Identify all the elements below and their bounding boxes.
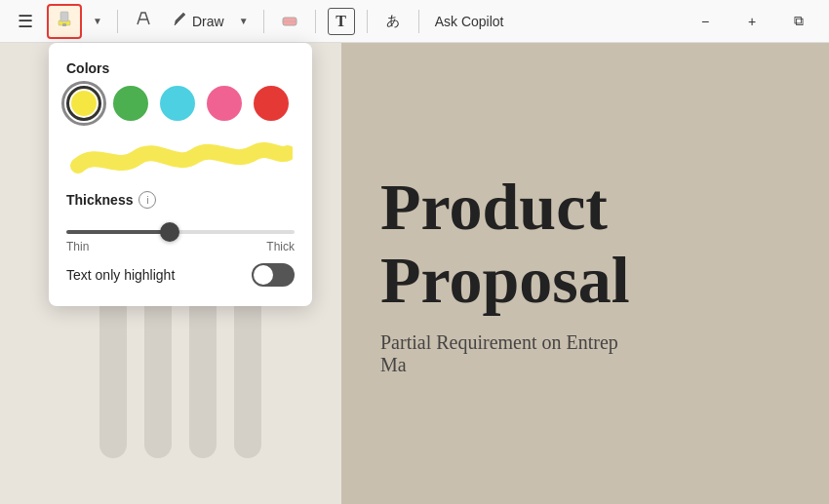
chevron-down-icon: ▼ <box>93 16 102 26</box>
thickness-row: Thickness i <box>66 191 295 209</box>
thickness-info-icon[interactable]: i <box>138 191 156 209</box>
svg-rect-1 <box>60 12 68 21</box>
thickness-label: Thickness <box>66 192 133 208</box>
thin-label: Thin <box>66 240 89 253</box>
divider-4 <box>367 10 368 33</box>
thickness-slider[interactable] <box>66 230 295 234</box>
draw-label: Draw <box>192 14 224 29</box>
text-only-highlight-toggle[interactable] <box>252 263 295 287</box>
toggle-row: Text only highlight <box>66 263 295 287</box>
divider-1 <box>117 10 118 33</box>
maximize-button[interactable]: + <box>730 4 774 39</box>
stroke-preview <box>66 135 295 181</box>
highlighter-button[interactable] <box>47 4 82 39</box>
document-title: Product Proposal <box>380 171 630 317</box>
stroke-preview-svg <box>68 138 293 177</box>
divider-5 <box>418 10 419 33</box>
divider-2 <box>263 10 264 33</box>
menu-button[interactable]: ☰ <box>8 4 43 39</box>
window-controls: − + ⧉ <box>683 4 821 39</box>
highlighter-dropdown-button[interactable]: ▼ <box>86 4 109 39</box>
color-pink[interactable] <box>207 86 242 121</box>
ink-icon <box>134 9 153 33</box>
draw-button[interactable]: Draw <box>165 4 232 39</box>
svg-rect-2 <box>62 23 66 26</box>
font-button[interactable]: あ <box>375 4 411 39</box>
color-row <box>66 86 295 121</box>
draw-dropdown-button[interactable]: ▼ <box>232 4 256 39</box>
draw-group: Draw ▼ <box>165 4 256 39</box>
toggle-label: Text only highlight <box>66 267 175 283</box>
color-green[interactable] <box>113 86 148 121</box>
divider-3 <box>315 10 316 33</box>
color-red[interactable] <box>254 86 289 121</box>
highlighter-dropdown-panel: Colors Thickness i Thin Thick Text only <box>49 43 312 306</box>
subtitle-line-2: Ma <box>380 354 618 376</box>
menu-icon: ☰ <box>18 11 33 32</box>
colors-label: Colors <box>66 60 295 76</box>
thickness-slider-container: Thin Thick <box>66 220 295 253</box>
draw-chevron-icon: ▼ <box>239 16 249 26</box>
text-icon: T <box>328 8 355 35</box>
document-main-panel: Product Proposal Partial Requirement on … <box>341 43 829 504</box>
color-cyan[interactable] <box>160 86 195 121</box>
eraser-icon <box>280 9 299 33</box>
highlighter-icon <box>55 9 74 33</box>
ink-button[interactable] <box>126 4 161 39</box>
font-icon: あ <box>386 13 400 30</box>
title-line-1: Product <box>380 171 630 244</box>
toggle-knob <box>254 265 273 285</box>
color-yellow[interactable] <box>66 86 101 121</box>
text-button[interactable]: T <box>324 4 359 39</box>
title-line-2: Proposal <box>380 244 630 317</box>
draw-pen-icon <box>173 12 188 30</box>
slider-labels: Thin Thick <box>66 240 295 253</box>
subtitle-line-1: Partial Requirement on Entrep <box>380 331 618 354</box>
restore-button[interactable]: ⧉ <box>776 4 821 39</box>
thick-label: Thick <box>266 240 295 253</box>
ask-copilot-button[interactable]: Ask Copilot <box>427 14 512 29</box>
toolbar: ☰ ▼ Dra <box>0 0 829 43</box>
document-subtitle: Partial Requirement on Entrep Ma <box>380 331 618 376</box>
minimize-button[interactable]: − <box>683 4 728 39</box>
eraser-button[interactable] <box>272 4 307 39</box>
